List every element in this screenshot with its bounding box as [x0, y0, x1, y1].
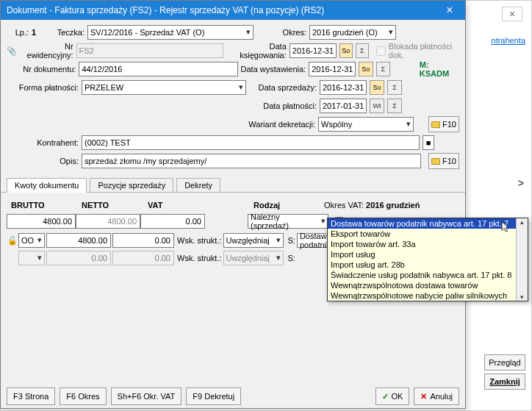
kontrahent-status-icon: ■ — [423, 135, 434, 150]
rodzaj-header: Rodzaj VAT — [206, 197, 295, 213]
f10-wariant-button[interactable]: F10 — [428, 116, 459, 132]
f3-strona-button[interactable]: F3 Strona — [7, 387, 55, 405]
nrdok-input[interactable] — [79, 62, 237, 76]
mouse-cursor-icon — [500, 221, 513, 234]
rodzaj-combo[interactable]: Należny (sprzedaż) — [248, 214, 328, 229]
row1-brutto[interactable]: 4800.00 — [46, 233, 111, 248]
lp-label: Lp.: — [7, 28, 29, 37]
kontrahent-label: Kontrahent: — [7, 138, 79, 147]
dropdown-item[interactable]: Eksport towarów — [328, 229, 528, 239]
okres-combo[interactable]: 2016 grudzień (O) — [309, 25, 396, 40]
dropdown-scrollbar[interactable]: ▴ ▾ — [516, 218, 528, 301]
dataplat-label: Data płatności: — [249, 101, 317, 110]
row2-wsk-label: Wsk. strukt.: — [177, 254, 222, 262]
brutto-total: 4800.00 — [7, 214, 76, 229]
row2-s-label: S: — [288, 254, 295, 262]
dropdown-item[interactable]: Dostawa towarów podatnik nabywca art. 17… — [328, 218, 528, 229]
bg-contractor-link[interactable]: ntrahenta — [492, 36, 525, 45]
okresvat-value: 2016 grudzień — [366, 201, 420, 210]
dropdown-item[interactable]: Import usług art. 28b — [328, 260, 528, 270]
brutto-header: BRUTTO — [7, 197, 77, 213]
kontrahent-input[interactable] — [82, 135, 420, 150]
row2-code[interactable] — [18, 251, 45, 265]
dataplat-input[interactable] — [320, 99, 367, 113]
f9-dekretuj-button[interactable]: F9 Dekretuj — [186, 387, 241, 405]
cancel-button[interactable]: ✕Anuluj — [414, 387, 459, 405]
teczka-label: Teczka: — [43, 28, 85, 37]
vat-header: VAT — [143, 197, 206, 213]
vat-type-dropdown[interactable]: Dostawa towarów podatnik nabywca art. 17… — [327, 218, 528, 301]
bg-scroll-arrow[interactable]: > — [518, 177, 524, 189]
tab-bar: Kwoty dokumentu Pozycje sprzedaży Dekret… — [1, 174, 465, 193]
dropdown-item[interactable]: Import towarów art. 33a — [328, 239, 528, 249]
row1-s-label: S: — [288, 236, 295, 245]
f10-opis-button[interactable]: F10 — [428, 153, 459, 169]
form-area: Lp.: 1 Teczka: SV/12/2016 - Sprzedaż VAT… — [1, 20, 465, 174]
nrew-input — [76, 43, 223, 58]
okresvat-label: Okres VAT: — [324, 201, 364, 210]
netto-total: 4800.00 — [76, 214, 140, 229]
bottom-bar: F3 Strona F6 Okres Sh+F6 Okr. VAT F9 Dek… — [7, 387, 459, 405]
tick-icon: ✓ — [382, 388, 389, 404]
nrew-label: Nr ewidencyjny: — [17, 42, 73, 60]
dropdown-item[interactable]: Import usług — [328, 249, 528, 260]
sigma-button-4[interactable]: Σ — [387, 99, 402, 113]
so-button-3[interactable]: So — [370, 80, 384, 95]
lock-icon[interactable]: 🔓 — [7, 236, 18, 246]
window-close-button[interactable]: × — [434, 1, 465, 20]
titlebar: Dokument - Faktura sprzedaży (FS2) - Rej… — [1, 1, 465, 20]
row2-vat: 0.00 — [112, 251, 174, 265]
row1-wsk-combo[interactable]: Uwzględniaj — [223, 233, 284, 248]
folder-icon — [431, 121, 440, 128]
row2-brutto: 0.00 — [46, 251, 111, 265]
datasprz-label: Data sprzedaży: — [249, 83, 317, 92]
row1-vat[interactable]: 0.00 — [112, 233, 174, 248]
vat-total: 0.00 — [140, 214, 205, 229]
nrdok-label: Nr dokumentu: — [7, 65, 76, 74]
opis-input[interactable] — [82, 154, 421, 168]
bg-close-button[interactable]: × — [502, 7, 522, 21]
wariant-label: Wariant dekretacji: — [242, 120, 315, 129]
tab-kwoty[interactable]: Kwoty dokumentu — [7, 178, 87, 193]
sigma-button-1[interactable]: Σ — [356, 43, 369, 58]
scroll-down-icon[interactable]: ▾ — [520, 293, 524, 301]
cross-icon: ✕ — [420, 388, 427, 404]
datawyst-label: Data wystawienia: — [241, 65, 306, 74]
dropdown-item[interactable]: Wewnątrzwspólnotowe nabycie paliw silnik… — [328, 290, 528, 301]
window-title: Dokument - Faktura sprzedaży (FS2) - Rej… — [7, 5, 434, 15]
blokada-check[interactable]: Blokada płatności dok. — [376, 42, 459, 60]
scroll-up-icon[interactable]: ▴ — [520, 218, 524, 226]
sigma-button-2[interactable]: Σ — [376, 62, 390, 76]
so-button-2[interactable]: So — [359, 62, 373, 76]
ok-button[interactable]: ✓OK — [375, 387, 410, 405]
dataksieg-input[interactable] — [290, 43, 337, 58]
forma-combo[interactable]: PRZELEW — [82, 80, 246, 95]
row2-wsk-combo: Uwzględniaj — [223, 251, 284, 265]
attach-icon: 📎 — [7, 46, 14, 56]
row1-wsk-label: Wsk. strukt.: — [177, 236, 222, 245]
dataksieg-label: Data księgowania: — [226, 42, 287, 60]
dropdown-item[interactable]: Wewnątrzwspólnotowa dostawa towarów — [328, 280, 528, 290]
netto-header: NETTO — [77, 197, 143, 213]
row1-code[interactable]: OO — [18, 233, 45, 248]
okres-label: Okres: — [270, 28, 306, 37]
teczka-combo[interactable]: SV/12/2016 - Sprzedaż VAT (O) — [87, 25, 254, 40]
forma-label: Forma płatności: — [7, 83, 79, 92]
sigma-button-3[interactable]: Σ — [387, 80, 402, 95]
bg-close-button2[interactable]: Zamknij — [484, 374, 525, 390]
folder-icon — [431, 158, 440, 165]
ksadm-label: M: KSADM — [420, 60, 459, 78]
datawyst-input[interactable] — [309, 62, 356, 76]
wariant-combo[interactable]: Wspólny — [318, 117, 414, 132]
tab-dekrety[interactable]: Dekrety — [176, 178, 220, 193]
so-button-1[interactable]: So — [339, 43, 353, 58]
f6-okres-button[interactable]: F6 Okres — [60, 387, 106, 405]
wt-button[interactable]: Wt — [370, 99, 384, 113]
bg-preview-button[interactable]: Przegląd — [484, 354, 525, 371]
datasprz-input[interactable] — [320, 80, 367, 95]
shf6-okrvat-button[interactable]: Sh+F6 Okr. VAT — [111, 387, 182, 405]
tab-pozycje[interactable]: Pozycje sprzedaży — [90, 178, 173, 193]
document-dialog: Dokument - Faktura sprzedaży (FS2) - Rej… — [0, 0, 466, 409]
dropdown-item[interactable]: Świadczenie usług podatnik nabywca art. … — [328, 270, 528, 280]
lp-value: 1 — [32, 28, 40, 37]
